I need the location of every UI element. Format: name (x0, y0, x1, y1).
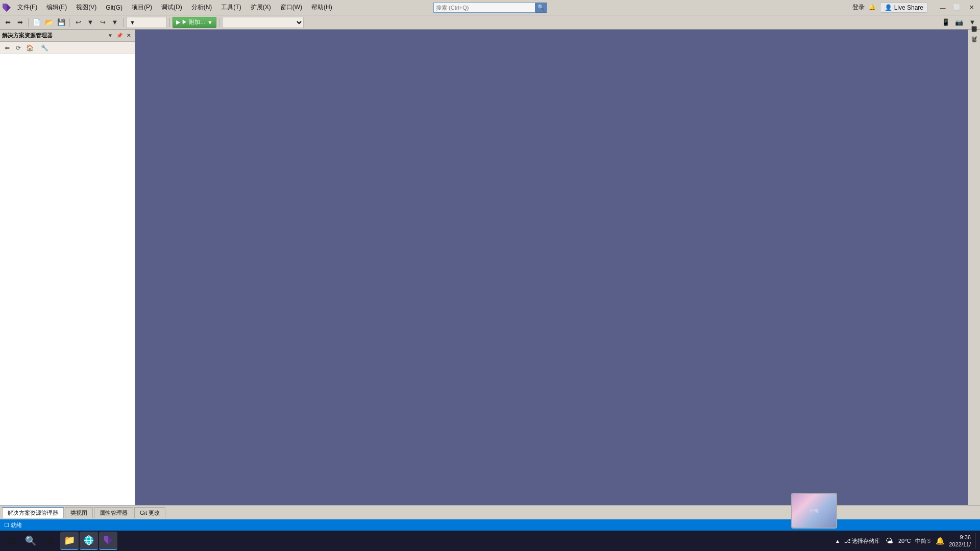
run-dropdown-icon: ▼ (207, 19, 213, 26)
sidebar-item-server-explorer[interactable]: 服务器资源管理器 (968, 32, 980, 41)
close-button[interactable]: ✕ (965, 3, 978, 13)
toolbar-forward[interactable]: ➡ (14, 17, 26, 28)
toolbar-sep-4 (169, 18, 170, 27)
taskbar-search[interactable]: 🔍 (21, 532, 40, 550)
search-area: 🔍 (433, 3, 547, 13)
panel-close-btn[interactable]: ✕ (125, 32, 133, 40)
status-text: 就绪 (11, 521, 22, 529)
main-layout: 解决方案资源管理器 ▼ 📌 ✕ ⬅ ⟳ 🏠 🔧 服务器资源管理器 工具箱 (0, 30, 980, 505)
menu-extensions[interactable]: 扩展(X) (247, 2, 275, 13)
menu-file[interactable]: 文件(F) (13, 2, 41, 13)
sol-back-btn[interactable]: ⬅ (2, 43, 12, 53)
toolbar-new[interactable]: 📄 (31, 17, 42, 28)
main-content-area (135, 30, 968, 505)
menu-help[interactable]: 帮助(H) (307, 2, 336, 13)
taskbar-right: 中简 ▲ ⎇ 选择存储库 🌤 20°C 中简 S 🔔 9:36 2022/11/ (835, 533, 978, 548)
clock-time: 9:36 (949, 534, 971, 541)
title-right: 登录 🔔 👤 Live Share — ⬜ ✕ (852, 3, 978, 13)
thumb-inner: 中简 (792, 494, 836, 528)
tab-git-changes[interactable]: Git 更改 (134, 507, 165, 518)
taskbar-app-browser[interactable] (80, 532, 98, 550)
restore-button[interactable]: ⬜ (950, 3, 964, 13)
status-checkbox-icon: ☐ (4, 522, 9, 529)
live-share-icon: 👤 (885, 4, 892, 11)
live-share-button[interactable]: 👤 Live Share (880, 3, 928, 13)
toolbar-undo-dropdown[interactable]: ▼ (85, 17, 96, 28)
minimize-button[interactable]: — (936, 3, 949, 13)
taskbar-thumbnail: 中简 (791, 493, 837, 529)
menu-bar: 文件(F) 编辑(E) 视图(V) Git(G) 项目(P) 调试(D) 分析(… (13, 2, 852, 13)
search-button[interactable]: 🔍 (535, 3, 547, 13)
ime-label: 中简 (915, 537, 926, 545)
weather-temp: 20°C (898, 538, 911, 544)
login-button[interactable]: 登录 (852, 3, 865, 12)
notification-icon[interactable]: 🔔 (935, 536, 945, 546)
menu-project[interactable]: 项目(P) (128, 2, 156, 13)
solution-toolbar: ⬅ ⟳ 🏠 🔧 (0, 42, 135, 54)
tab-class-view[interactable]: 类视图 (65, 507, 93, 518)
taskbar-chevron-up-icon[interactable]: ▲ (835, 538, 840, 544)
right-sidebar: 服务器资源管理器 工具箱 (968, 30, 980, 505)
sol-home-btn[interactable]: 🏠 (24, 43, 35, 53)
menu-tools[interactable]: 工具(T) (217, 2, 245, 13)
toolbar-sep-2 (69, 18, 70, 27)
run-button[interactable]: ▶ ▶ 附加… ▼ (173, 17, 216, 28)
solution-explorer-panel: 解决方案资源管理器 ▼ 📌 ✕ ⬅ ⟳ 🏠 🔧 (0, 30, 135, 505)
panel-dropdown-btn[interactable]: ▼ (106, 32, 114, 40)
status-icon-item: ☐ 就绪 (4, 521, 22, 529)
ime-indicator[interactable]: 中简 S (915, 537, 931, 545)
tab-solution-explorer[interactable]: 解决方案资源管理器 (2, 507, 64, 518)
chevron-down-icon: ▼ (130, 19, 135, 26)
menu-edit[interactable]: 编辑(E) (42, 2, 71, 13)
taskbar-task-view[interactable]: ⧉ (41, 532, 59, 550)
toolbar-sep-3 (123, 18, 124, 27)
toolbar-sep-5 (219, 18, 219, 27)
taskbar: ⊞ 🔍 ⧉ 📁 中简 ▲ ⎇ 选择存储库 (0, 531, 980, 551)
main-toolbar: ⬅ ➡ 📄 📂 💾 ↩ ▼ ↪ ▼ ▼ ▶ ▶ 附加… ▼ 📱 📷 ▼ (0, 15, 980, 30)
toolbar-redo[interactable]: ↪ (97, 17, 108, 28)
toolbar-undo[interactable]: ↩ (72, 17, 84, 28)
toolbar-back[interactable]: ⬅ (2, 17, 13, 28)
sidebar-item-toolbox[interactable]: 工具箱 (968, 42, 980, 51)
live-share-label: Live Share (894, 4, 923, 11)
search-input[interactable] (433, 3, 535, 13)
app-logo (2, 3, 11, 12)
run-label: ▶ 附加… (182, 18, 206, 26)
solution-panel-title: 解决方案资源管理器 (2, 32, 106, 39)
menu-debug[interactable]: 调试(D) (157, 2, 186, 13)
toolbar-right: 📱 📷 ▼ (940, 17, 978, 28)
taskbar-app-folder[interactable]: 📁 (60, 532, 79, 550)
tab-property-manager[interactable]: 属性管理器 (94, 507, 133, 518)
panel-pin-btn[interactable]: 📌 (115, 32, 124, 40)
play-icon: ▶ (176, 19, 180, 26)
startup-project-dropdown[interactable]: ▼ (126, 17, 167, 28)
menu-window[interactable]: 窗口(W) (276, 2, 306, 13)
config-dropdown[interactable] (222, 17, 304, 28)
toolbar-redo-dropdown[interactable]: ▼ (109, 17, 120, 28)
title-bar: 文件(F) 编辑(E) 视图(V) Git(G) 项目(P) 调试(D) 分析(… (0, 0, 980, 15)
menu-view[interactable]: 视图(V) (72, 2, 101, 13)
branch-icon: ⎇ (844, 538, 851, 544)
toolbar-screenshot[interactable]: 📷 (953, 17, 965, 28)
repo-select[interactable]: ⎇ 选择存储库 (844, 537, 880, 545)
sol-settings-btn[interactable]: 🔧 (39, 43, 50, 53)
toolbar-screenshot-dropdown[interactable]: ▼ (967, 17, 978, 28)
show-desktop-btn[interactable] (975, 533, 978, 548)
toolbar-open[interactable]: 📂 (43, 17, 55, 28)
taskbar-clock[interactable]: 9:36 2022/11/ (949, 534, 971, 548)
sol-refresh-btn[interactable]: ⟳ (13, 43, 23, 53)
start-button[interactable]: ⊞ (2, 532, 20, 550)
menu-analyze[interactable]: 分析(N) (187, 2, 216, 13)
toolbar-sep-1 (28, 18, 29, 27)
solution-content (0, 54, 135, 505)
clock-date: 2022/11/ (949, 541, 971, 548)
taskbar-app-vs[interactable] (99, 532, 117, 550)
weather-icon: 🌤 (884, 536, 894, 546)
toolbar-device-manager[interactable]: 📱 (940, 17, 951, 28)
panel-controls: ▼ 📌 ✕ (106, 32, 133, 40)
window-controls: — ⬜ ✕ (936, 3, 978, 13)
sol-toolbar-sep (37, 44, 37, 52)
menu-git[interactable]: Git(G) (102, 3, 127, 12)
ime-logo: S (927, 538, 931, 544)
toolbar-save[interactable]: 💾 (56, 17, 67, 28)
